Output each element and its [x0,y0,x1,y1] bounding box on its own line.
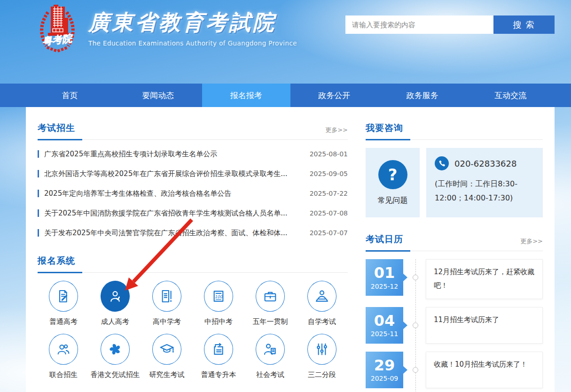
nav-item-news[interactable]: 要闻动态 [114,84,203,107]
people-icon [56,342,71,357]
news-date: 2025-09-05 [310,170,348,177]
person-check-icon [108,289,123,304]
news-date: 2025-07-22 [310,190,348,197]
bullet-bar-icon [38,170,39,177]
document-edit-icon [56,289,71,304]
search-input[interactable] [345,15,493,34]
signup-item-chengren-gaokao[interactable]: 成人高考 [89,281,141,326]
search-bar: 搜 索 [345,15,555,34]
exam-calendar-timeline: 01 2025-12 12月招生考试历来了，赶紧收藏吧！ 04 2025-11 … [366,259,543,388]
news-item[interactable]: 关于发布2025年中央司法警官学院在广东省招生政治考察、面试、体检和体... 2… [38,223,348,243]
section-title-calendar: 考试日历 [366,233,403,246]
search-button[interactable]: 搜 索 [493,15,555,34]
consult-hours: (工作时间：工作日8:30-12:00；14:00-17:30) [435,177,535,206]
faq-card[interactable]: ? 常见问题 [366,148,420,217]
document-pen-icon [159,289,174,304]
calendar-card-text: 收藏！10月招生考试历来了！ [426,352,543,388]
gdeea-logo-icon: 粤考院 [34,4,81,53]
consult-phone-number: 020-62833628 [454,159,516,169]
signup-item-gaozhong-xuekao[interactable]: 高中学考 [141,281,193,326]
timeline-dot-icon [413,323,418,328]
signup-item-shehui-kaoshi[interactable]: 社会考试 [244,334,296,379]
signup-item-sanerfenduan[interactable]: 三二分段 [296,334,348,379]
signup-item-zhuanshengben[interactable]: 普通专升本 [193,334,244,379]
question-mark-icon: ? [378,160,407,189]
content-panel: 考试招生 更多>> 广东省2025年重点高校招生专项计划录取考生名单公示 202… [26,107,555,392]
section-title-consult: 我要咨询 [366,122,403,134]
signup-item-yanjiusheng-kaoshi[interactable]: 研究生考试 [141,334,193,379]
section-title-signup: 报名系统 [38,255,75,267]
news-date: 2025-07-07 [310,229,348,237]
faq-label: 常见问题 [378,196,408,206]
bullet-bar-icon [38,150,39,158]
briefcase-icon [263,289,278,304]
calendar-card-text: 12月招生考试历来了，赶紧收藏吧！ [426,259,543,299]
logo-text: 粤考院 [42,32,74,47]
signup-item-lianhe-zhaosheng[interactable]: 联合招生 [38,334,89,379]
signup-item-wunian-yiguanzhi[interactable]: 五年一贯制 [244,281,296,326]
news-item[interactable]: 广东省2025年重点高校招生专项计划录取考生名单公示 2025-08-01 [38,144,348,164]
news-date: 2025-07-08 [310,209,348,217]
calendar-section-header: 考试日历 更多>> [366,233,543,251]
site-subtitle: The Education Examinations Authority of … [88,39,352,47]
svg-text:100: 100 [215,294,223,299]
news-item[interactable]: 北京外国语大学等高校2025年在广东省开展综合评价招生录取模式录取考生... 2… [38,164,348,184]
exam-news-more-link[interactable]: 更多>> [325,126,348,134]
nav-item-gov-disclosure[interactable]: 政务公开 [290,84,379,107]
consult-section-header: 我要咨询 [366,122,543,140]
signup-grid: 普通高考 成人高考 高中学考 100 中招中考 五年一贯制 自学考试 [38,281,348,379]
timeline-dot-icon [413,367,418,373]
nav-item-gov-services[interactable]: 政务服务 [378,84,467,107]
signup-item-hk-wenpingshi[interactable]: 香港文凭试招生 [89,334,141,379]
score-100-icon: 100 [211,289,226,304]
main-nav: 首页 要闻动态 报名报考 政务公开 政务服务 互动交流 [0,84,571,107]
calendar-date-badge: 29 2025-09 [366,352,403,388]
signup-section-header: 报名系统 [38,255,348,273]
calendar-card-text: 11月招生考试历来了 [426,307,543,344]
calendar-item[interactable]: 04 2025-11 11月招生考试历来了 [366,307,543,344]
calendar-date-badge: 01 2025-12 [366,259,403,296]
calendar-more-link[interactable]: 更多>> [520,237,543,246]
calendar-date-badge: 04 2025-11 [366,307,403,344]
news-item[interactable]: 2025年定向培养军士考生体格检查、政治考核合格名单公告 2025-07-22 [38,184,348,203]
exam-news-section-header: 考试招生 更多>> [38,122,348,140]
bullet-bar-icon [38,190,39,197]
calendar-item[interactable]: 29 2025-09 收藏！10月招生考试历来了！ [366,352,543,388]
timeline-dot-icon [413,275,418,280]
phone-icon [435,156,449,170]
nav-item-registration[interactable]: 报名报考 [202,84,290,107]
signup-item-zixue-kaoshi[interactable]: 自学考试 [296,281,348,326]
nav-item-home[interactable]: 首页 [26,84,114,107]
bauhinia-icon [108,342,123,357]
signup-item-putong-gaokao[interactable]: 普通高考 [38,281,89,326]
site-title: 廣東省教育考試院 [88,8,352,37]
person-laptop-icon [314,289,329,304]
section-title-exam-news: 考试招生 [38,122,75,134]
person-scroll-icon [263,342,278,357]
document-upgrade-icon [211,342,226,357]
phone-card: 020-62833628 (工作时间：工作日8:30-12:00；14:00-1… [426,148,543,217]
nav-item-interaction[interactable]: 互动交流 [467,84,555,107]
signup-item-zhongzhao-zhongkao[interactable]: 100 中招中考 [193,281,244,326]
bullet-bar-icon [38,229,39,237]
news-date: 2025-08-01 [310,150,348,158]
bullet-bar-icon [38,209,39,217]
graduation-cap-icon [159,342,174,357]
calendar-item[interactable]: 01 2025-12 12月招生考试历来了，赶紧收藏吧！ [366,259,543,299]
news-item[interactable]: 关于2025年中国消防救援学院在广东省招收青年学生考核测试合格人员名单... 2… [38,203,348,223]
sliders-icon [314,342,329,357]
exam-news-list: 广东省2025年重点高校招生专项计划录取考生名单公示 2025-08-01 北京… [38,144,348,243]
page-header: 粤考院 廣東省教育考試院 The Education Examinations … [0,0,571,84]
